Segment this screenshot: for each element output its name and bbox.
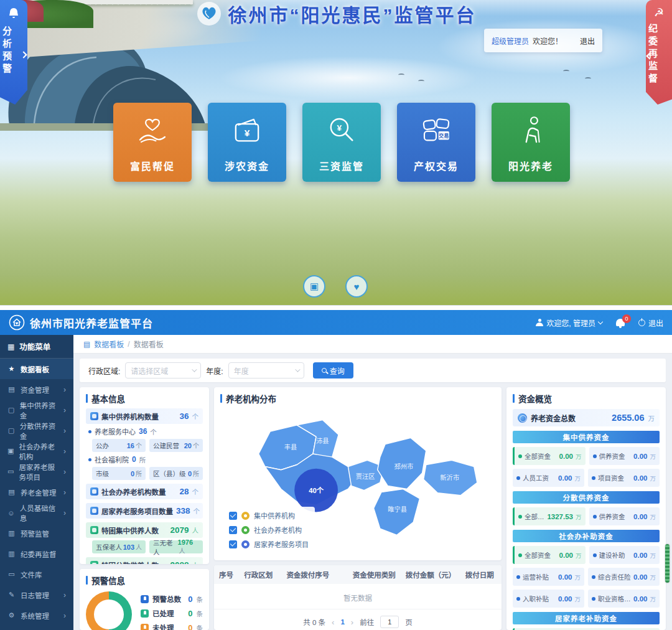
analysis-warning-ribbon[interactable]: 分析预警 bbox=[0, 0, 27, 105]
module-tiles: 富民帮促 ¥ 涉农资金 ¥ bbox=[113, 103, 570, 182]
checkbox-social-institutions[interactable]: 社会办养老机构 bbox=[229, 525, 309, 535]
folder-icon: ▢ bbox=[7, 406, 15, 414]
page-unit: 页 bbox=[405, 617, 413, 627]
landing-titlebar: 徐州市“阳光惠民”监管平台 bbox=[0, 0, 672, 29]
fund-stat: 项目资金0.00万 bbox=[588, 469, 660, 487]
chips-support-people: 五保老人 103人 三无老人 1976人 bbox=[86, 540, 203, 553]
search-icon bbox=[322, 368, 327, 373]
user-menu[interactable]: 欢迎您, 管理员 bbox=[536, 317, 602, 328]
sidebar-item-fund-management[interactable]: ▤ 资金管理 › bbox=[0, 379, 73, 400]
alert-icon bbox=[141, 624, 149, 630]
notification-badge: 0 bbox=[622, 314, 631, 323]
sidebar-item-file-library[interactable]: ▭ 文件库 bbox=[0, 564, 73, 585]
goto-page-input[interactable] bbox=[380, 616, 399, 628]
chevron-right-icon: › bbox=[63, 406, 66, 415]
year-filter-label: 年度: bbox=[206, 365, 223, 376]
elder-person-icon bbox=[513, 103, 549, 158]
star-icon: ★ bbox=[7, 365, 16, 373]
chip-wubao-elderly: 五保老人 103人 bbox=[92, 540, 146, 553]
warning-total: 预警总数 0 条 bbox=[141, 594, 203, 604]
next-page-button[interactable]: › bbox=[351, 618, 353, 627]
section-header-social-subsidy: 社会办补助资金 bbox=[513, 530, 660, 542]
person-icon: ☺ bbox=[7, 509, 15, 517]
section-header-centralized: 集中供养资金 bbox=[513, 431, 660, 443]
year-placeholder: 年度 bbox=[234, 365, 249, 376]
floating-quick-buttons: ▣ ♥ bbox=[303, 275, 368, 298]
notification-bell[interactable]: 0 bbox=[616, 319, 625, 326]
panel-title: 养老机构分布 bbox=[220, 392, 495, 405]
sidebar-item-data-board[interactable]: ★ 数据看板 bbox=[0, 359, 73, 379]
heart-care-button[interactable]: ♥ bbox=[345, 275, 368, 298]
chevron-right-icon: › bbox=[63, 488, 66, 497]
svg-text:40个: 40个 bbox=[309, 486, 324, 494]
card-icon: ▤ bbox=[7, 385, 16, 393]
breadcrumb-root[interactable]: 数据看板 bbox=[94, 339, 124, 349]
magnifier-yuan-icon: ¥ bbox=[324, 103, 360, 158]
logout-button[interactable]: 退出 bbox=[638, 317, 663, 328]
section-divider bbox=[0, 305, 672, 310]
section-header-decentralized: 分散供养资金 bbox=[513, 491, 660, 504]
total-count: 共 0 条 bbox=[303, 617, 325, 627]
doc-badge-icon bbox=[90, 507, 98, 515]
monitor-icon: ▥ bbox=[7, 529, 16, 537]
pagination: 共 0 条 ‹ 1 › 前往 页 bbox=[214, 609, 502, 628]
sidebar: ▦ 功能菜单 ★ 数据看板 ▤ 资金管理 › ▢ 集中供养资金 › ▢ 分散供养… bbox=[0, 335, 73, 630]
fund-stat: 全部资金0.00万 bbox=[513, 546, 586, 564]
folder-icon: ▢ bbox=[7, 426, 15, 435]
sidebar-item-pension-management[interactable]: ▤ 养老金管理 › bbox=[0, 482, 73, 502]
breadcrumb-current: 数据看板 bbox=[134, 339, 164, 349]
page-number[interactable]: 1 bbox=[340, 618, 344, 626]
sidebar-item-discipline-supervision[interactable]: ▥ 纪委再监督 bbox=[0, 543, 73, 564]
sidebar-item-decentralized-fund[interactable]: ▢ 分散供养资金 › bbox=[0, 420, 73, 441]
id-card-button[interactable]: ▣ bbox=[303, 275, 325, 298]
sidebar-item-system-management[interactable]: ⚙ 系统管理 › bbox=[0, 605, 73, 626]
navbar-right: 欢迎您, 管理员 0 退出 bbox=[536, 317, 663, 328]
year-select[interactable]: 年度 bbox=[228, 362, 304, 378]
region-select[interactable]: 请选择区域 bbox=[125, 362, 201, 378]
alert-icon bbox=[141, 609, 149, 618]
sidebar-item-log-management[interactable]: ✎ 日志管理 › bbox=[0, 585, 73, 605]
logout-link[interactable]: 退出 bbox=[580, 35, 595, 46]
discipline-supervision-ribbon[interactable]: ☭ 纪委再监督 bbox=[646, 0, 672, 105]
tile-shenong-zijin[interactable]: ¥ 涉农资金 bbox=[208, 103, 286, 182]
tile-yangguang-yanglao[interactable]: 阳光养老 bbox=[492, 103, 570, 182]
sidebar-item-personnel-info[interactable]: ☺ 人员基础信息 › bbox=[0, 502, 73, 523]
bird-decoration bbox=[585, 77, 591, 80]
goto-label: 前往 bbox=[360, 617, 374, 627]
org-icon: ▣ bbox=[7, 447, 14, 455]
tile-chanquan-jiaoyi[interactable]: 交易 产权交易 bbox=[397, 103, 475, 182]
card-icon: ▤ bbox=[7, 488, 16, 496]
fund-stat: 建设补助0.00万 bbox=[589, 546, 660, 564]
prev-page-button[interactable]: ‹ bbox=[332, 618, 334, 627]
checkbox-checked-icon bbox=[229, 526, 237, 534]
tile-sanzi-jianguan[interactable]: ¥ 三资监管 bbox=[302, 103, 381, 182]
panel-title: 基本信息 bbox=[86, 392, 203, 405]
page-root: 徐州市“阳光惠民”监管平台 超级管理员 欢迎您！ 退出 分析预警 ☭ 纪委再监督 bbox=[0, 0, 672, 630]
wallet-yuan-icon: ¥ bbox=[229, 103, 265, 158]
chip-city-level: 市级 0所 bbox=[92, 467, 146, 480]
scrollbar-thumb[interactable] bbox=[665, 544, 670, 583]
doc-badge-icon bbox=[90, 487, 98, 496]
document-icon: ▤ bbox=[83, 340, 90, 349]
fund-stat: 运营补贴0.00万 bbox=[513, 568, 584, 586]
checkbox-centralized-institutions[interactable]: 集中供养机构 bbox=[229, 510, 309, 520]
landing-hero: 徐州市“阳光惠民”监管平台 超级管理员 欢迎您！ 退出 分析预警 ☭ 纪委再监督 bbox=[0, 0, 672, 305]
sidebar-item-home-care-projects[interactable]: ▭ 居家养老服务项目 › bbox=[0, 461, 73, 482]
sidebar-item-warning-supervision[interactable]: ▥ 预警监管 bbox=[0, 523, 73, 543]
user-box: 超级管理员 欢迎您！ 退出 bbox=[484, 29, 602, 52]
green-marker-icon bbox=[241, 526, 250, 534]
tile-fumin-bangcu[interactable]: 富民帮促 bbox=[113, 103, 192, 182]
platform-logo-icon bbox=[196, 1, 222, 27]
table-empty-state: 暂无数据 bbox=[214, 584, 502, 609]
region-filter-label: 行政区域: bbox=[88, 365, 120, 376]
chevron-right-icon: › bbox=[63, 385, 66, 394]
chevron-right-icon: › bbox=[63, 591, 66, 599]
sidebar-item-social-institutions[interactable]: ▣ 社会办养老机构 › bbox=[0, 441, 73, 461]
table-header-row: 序号 行政区划 资金拨付序号 资金使用类别 拨付金额（元） 拨付日期 bbox=[214, 565, 502, 584]
fund-stat: 供养资金0.00万 bbox=[589, 447, 660, 465]
search-button[interactable]: 查询 bbox=[313, 362, 353, 378]
chevron-right-icon: › bbox=[63, 509, 66, 517]
warning-handled: 已处理 0 条 bbox=[141, 608, 203, 618]
checkbox-home-care-projects[interactable]: 居家养老服务项目 bbox=[229, 539, 309, 549]
sidebar-item-centralized-fund[interactable]: ▢ 集中供养资金 › bbox=[0, 400, 73, 420]
